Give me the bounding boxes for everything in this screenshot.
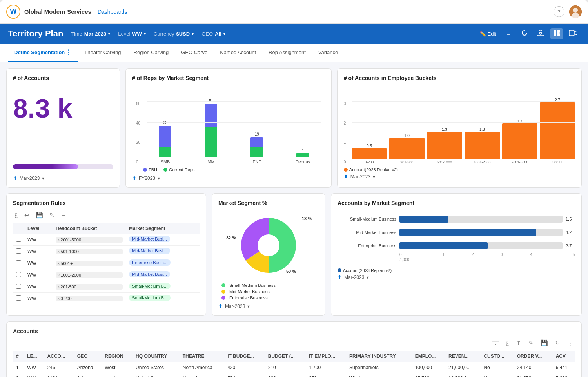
row1-checkbox[interactable] (16, 237, 21, 242)
row3-chip-x[interactable]: × (57, 261, 60, 266)
table-export-btn[interactable]: ⬆ (514, 338, 523, 348)
row2-segment: Mid-Market Busi... (126, 246, 200, 257)
td-geo-2: Arizona (74, 373, 102, 377)
table-refresh-btn[interactable]: ↻ (553, 338, 562, 348)
row5-badge: Small-Medium B... (129, 283, 171, 289)
geo-filter-value: All (215, 31, 221, 37)
th-theatre[interactable]: THEATRE (180, 351, 224, 362)
currency-filter[interactable]: Currency $USD ▾ (154, 31, 194, 37)
camera-icon-button[interactable] (534, 29, 547, 39)
row5-checkbox[interactable] (16, 284, 21, 289)
th-emplo[interactable]: EMPLO... (412, 351, 445, 362)
time-filter[interactable]: Time Mar-2023 ▾ (71, 31, 110, 37)
th-acv[interactable]: ACV (553, 351, 575, 362)
table-row: WW × 1001-2000 Mid-Market Busi... (13, 269, 200, 281)
th-reven[interactable]: REVEN... (445, 351, 481, 362)
td-theatre-2: North America (180, 373, 224, 377)
th-primary-industry[interactable]: PRIMARY INDUSTRY (346, 351, 412, 362)
hbar-ent: Enterprise Business 2.7 (338, 242, 575, 249)
row1-badge: Mid-Market Busi... (129, 236, 170, 242)
tab-theater-carving[interactable]: Theater Carving (78, 44, 127, 62)
table-row: 2 WW 1124 Arizona West United States Nor… (13, 373, 575, 377)
accounts-by-segment-chevron-icon: ▾ (367, 275, 369, 280)
market-segment-footer[interactable]: ⬆ Mar-2023 ▾ (218, 303, 319, 309)
pie-legend: Small-Medium Business Mid-Market Busines… (218, 283, 319, 300)
bar-mm: 51 MM (193, 99, 229, 164)
td-geo-1: Arizona (74, 362, 102, 373)
th-num[interactable]: # (13, 351, 24, 362)
emp-chart-footer[interactable]: ⬆ Mar-2023 ▾ (344, 174, 575, 179)
table-copy-btn[interactable]: ⎘ (504, 339, 511, 348)
row3-checkbox[interactable] (16, 260, 21, 265)
tab-geo-carve[interactable]: GEO Carve (175, 44, 214, 62)
row1-chip-x[interactable]: × (57, 237, 60, 242)
seg-toolbar-copy[interactable]: ⎘ (13, 211, 20, 219)
row6-checkbox[interactable] (16, 295, 21, 301)
th-it-budget[interactable]: IT BUDGE... (224, 351, 265, 362)
th-custo[interactable]: CUSTO... (481, 351, 514, 362)
accounts-card-footer[interactable]: ⬆ Mar-2023 ▾ (13, 175, 113, 181)
table-edit-btn[interactable]: ✎ (526, 338, 535, 348)
tab-define-segmentation[interactable]: Define Segmentation ⋮ (8, 44, 78, 62)
reps-chart-footer[interactable]: ⬆ FY2023 ▾ (132, 175, 325, 181)
th-le[interactable]: LE... (24, 351, 44, 362)
hbar-smb-label: Small-Medium Business (338, 217, 396, 221)
accounts-progress-bar (13, 164, 113, 169)
row2-checkbox[interactable] (16, 248, 21, 254)
th-hq-country[interactable]: HQ COUNTRY (132, 351, 180, 362)
table-toolbar: ⎘ ⬆ ✎ 💾 ↻ ⋮ (13, 338, 575, 348)
reps-chart-legend: TBH Current Reps (132, 167, 325, 172)
app-name: Global Modern Services (24, 8, 91, 15)
row5-chip-x[interactable]: × (57, 285, 60, 289)
emp-buckets-card: # of Accounts in Employee Buckets 0 1 2 … (337, 68, 582, 188)
accounts-by-segment-footer[interactable]: ⬆ Mar-2023 ▾ (338, 274, 575, 280)
bar-smb-tbh (159, 126, 171, 147)
emp-chart-legend: Account(2023 Replan v2) (344, 167, 575, 172)
video-icon-button[interactable] (566, 29, 580, 39)
th-geo[interactable]: GEO (74, 351, 102, 362)
page-title: Territory Plan (8, 29, 63, 39)
hbar-chart-body: Small-Medium Business 1.5 Mid-Market Bus… (338, 211, 575, 266)
market-segment-chevron-icon: ▾ (247, 304, 250, 309)
pie-chart-svg (237, 214, 300, 277)
avatar[interactable] (569, 5, 582, 18)
bar-ent-total: 19 (255, 132, 259, 136)
filter-icon-button[interactable] (502, 29, 515, 39)
grid-icon-button[interactable] (550, 28, 563, 39)
row6-chip-x[interactable]: × (57, 296, 60, 301)
seg-toolbar-filter[interactable] (59, 211, 68, 219)
row4-checkbox[interactable] (16, 272, 21, 277)
tab-region-carving[interactable]: Region Carving (127, 44, 175, 62)
first-card-row: # of Accounts 8.3 k ⬆ Mar-2023 ▾ # of Re… (6, 68, 582, 188)
tab-variance[interactable]: Variance (312, 44, 344, 62)
pie-center (258, 234, 279, 256)
tab-rep-assignment[interactable]: Rep Assignment (262, 44, 312, 62)
th-budget[interactable]: BUDGET (... (265, 351, 306, 362)
th-it-emplo[interactable]: IT EMPLO... (306, 351, 346, 362)
tab-named-account[interactable]: Named Account (214, 44, 262, 62)
level-filter-label: Level (118, 31, 130, 37)
row4-bucket-chip: × 1001-2000 (56, 272, 123, 278)
table-filter-btn[interactable] (490, 339, 501, 348)
row6-checkbox-cell (13, 293, 24, 304)
geo-filter[interactable]: GEO All ▾ (201, 31, 225, 37)
hbar-x-unit: #,000 (338, 257, 575, 262)
table-save-btn[interactable]: 💾 (539, 338, 550, 348)
row2-chip-x[interactable]: × (57, 249, 60, 254)
legend-acct-label: Account(2023 Replan v2) (343, 268, 392, 273)
th-acco[interactable]: ACCO... (44, 351, 74, 362)
edit-button[interactable]: ✏️ Edit (477, 29, 499, 38)
accounts-by-segment-title: Accounts by Market Segment (338, 200, 575, 206)
bar-smb-total: 30 (163, 121, 167, 125)
seg-toolbar-edit[interactable]: ✎ (48, 211, 56, 219)
th-order-v[interactable]: ORDER V... (514, 351, 553, 362)
table-more-btn[interactable]: ⋮ (565, 338, 575, 348)
row4-chip-x[interactable]: × (57, 273, 60, 277)
help-icon[interactable]: ? (554, 6, 564, 17)
dashboards-link[interactable]: Dashboards (98, 9, 127, 15)
seg-toolbar-undo[interactable]: ↩ (23, 211, 31, 219)
level-filter[interactable]: Level WW ▾ (118, 31, 146, 37)
seg-toolbar-save[interactable]: 💾 (34, 211, 45, 219)
refresh-icon-button[interactable] (518, 28, 531, 39)
th-region[interactable]: REGION (102, 351, 132, 362)
